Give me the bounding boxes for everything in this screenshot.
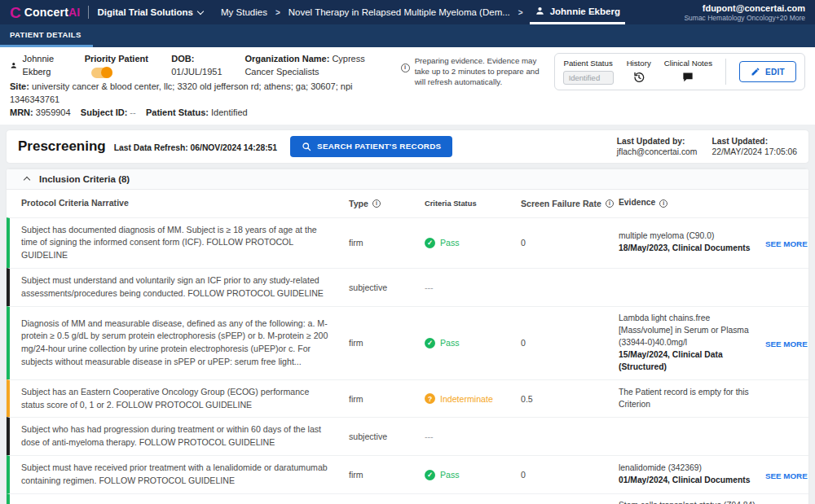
clinical-notes-button[interactable] <box>681 71 694 83</box>
see-more-link[interactable]: SEE MORE <box>765 239 808 248</box>
toggle-knob-icon <box>101 67 112 78</box>
top-navbar: C ConcertAI Digital Trial Solutions My S… <box>0 0 815 24</box>
chevron-down-icon <box>197 7 204 14</box>
dob-field: DOB: 01/JUL/1951 <box>171 53 228 79</box>
history-label: History <box>627 59 651 68</box>
product-label: Digital Trial Solutions <box>97 7 193 17</box>
patient-status-select[interactable]: Identified <box>563 71 614 85</box>
criteria-row: Subject must have received prior treatme… <box>7 455 808 493</box>
search-patients-records-button[interactable]: SEARCH PATIENT'S RECORDS <box>290 136 452 157</box>
criteria-row: Subject has documented diagnosis of MM. … <box>7 217 808 269</box>
info-icon[interactable]: i <box>659 199 667 208</box>
page-title: Prescreening <box>18 138 106 155</box>
breadcrumb-study[interactable]: Novel Therapy in Relapsed Multiple Myelo… <box>287 0 512 24</box>
evidence-line2: 15/May/2024, Clinical Data (Structured) <box>619 349 760 374</box>
panel-divider <box>725 59 726 85</box>
concertai-logo-icon: C <box>10 5 21 20</box>
criteria-status: --- <box>425 432 521 441</box>
criteria-type: firm <box>349 238 425 248</box>
pass-icon: ✓ <box>425 238 435 248</box>
brand-name: ConcertAI <box>24 6 81 19</box>
breadcrumb: My Studies > Novel Therapy in Relapsed M… <box>219 0 625 24</box>
patient-actions-panel: Patient Status Identified History Clinic… <box>554 53 805 90</box>
mrn-value: 3959904 <box>36 107 71 117</box>
status-label: Indeterminate <box>440 394 493 404</box>
subject-id-value: -- <box>130 107 135 117</box>
criteria-narrative: Subject has an Eastern Cooperative Oncol… <box>21 386 349 412</box>
breadcrumb-patient-label: Johnnie Ekberg <box>550 7 620 16</box>
patient-status-control: Patient Status Identified <box>563 59 614 85</box>
breadcrumb-separator-icon: > <box>275 0 280 24</box>
criteria-status: ✓Pass <box>425 338 521 348</box>
breadcrumb-my-studies[interactable]: My Studies <box>219 0 269 24</box>
priority-toggle[interactable] <box>91 68 112 78</box>
criteria-status: --- <box>425 283 521 292</box>
status-label: Pass <box>440 470 460 480</box>
breadcrumb-patient[interactable]: Johnnie Ekberg <box>530 0 625 24</box>
mrn-label: MRN: <box>10 107 33 117</box>
pencil-icon <box>751 67 760 77</box>
brand-concert: Concert <box>24 6 68 19</box>
criteria-row: Diagnosis of MM and measurable disease, … <box>7 306 808 379</box>
column-header-status: Criteria Status <box>425 199 477 208</box>
main-content: Prescreening Last Data Refresh: 06/NOV/2… <box>0 125 815 504</box>
prescreening-header-card: Prescreening Last Data Refresh: 06/NOV/2… <box>7 130 808 163</box>
collapse-chevron-icon[interactable] <box>24 177 30 183</box>
nav-divider <box>88 6 89 19</box>
evidence-cell: lenalidomide (342369)01/May/2024, Clinic… <box>619 462 765 487</box>
history-control: History <box>627 59 651 85</box>
evidence-line1: lenalidomide (342369) <box>619 462 760 475</box>
see-more-link[interactable]: SEE MORE <box>765 340 808 348</box>
priority-patient-label: Priority Patient <box>85 54 148 64</box>
evidence-cell: Stem cells transplant status (Z94.84)31/… <box>619 500 765 504</box>
evidence-cell: The Patient record is empty for this Cri… <box>619 387 765 411</box>
site-value: university cancer & blood center, llc; 3… <box>10 81 353 104</box>
user-organization: Sumac Hematology Oncology+20 More <box>684 14 805 22</box>
tab-patient-details[interactable]: PATIENT DETAILS <box>0 24 93 47</box>
history-button[interactable] <box>632 71 645 84</box>
evidence-line1: Stem cells transplant status (Z94.84) <box>619 500 760 504</box>
chat-bubble-icon <box>681 71 694 83</box>
evidence-text: The Patient record is empty for this Cri… <box>619 387 760 411</box>
organization-field: Organization Name: Cypress Cancer Specia… <box>244 53 392 79</box>
criteria-status: ?Indeterminate <box>425 393 521 404</box>
section-title: Inclusion Criteria (8) <box>39 174 130 184</box>
criteria-row: Subject who has had progression during t… <box>7 417 808 455</box>
see-more-link[interactable]: SEE MORE <box>765 471 808 480</box>
criteria-narrative: Subject must have received prior treatme… <box>21 462 349 488</box>
status-label: --- <box>425 432 434 441</box>
site-field: Site: university cancer & blood center, … <box>10 81 393 107</box>
criteria-narrative: Diagnosis of MM and measurable disease, … <box>21 318 349 370</box>
screen-failure-rate: 0 <box>521 238 619 248</box>
criteria-row: Subject has an Eastern Cooperative Oncol… <box>7 379 808 418</box>
column-header-type: Type <box>349 199 368 208</box>
clinical-notes-control: Clinical Notes <box>664 59 712 85</box>
product-dropdown[interactable]: Digital Trial Solutions <box>97 7 203 17</box>
user-email[interactable]: fdupont@concertai.com <box>684 3 805 13</box>
evidence-line1: multiple myeloma (C90.0) <box>619 230 760 243</box>
priority-patient: Priority Patient <box>85 53 156 79</box>
edit-button-label: EDIT <box>765 68 785 77</box>
criteria-row: Subject must have a prior stem cell tran… <box>7 493 808 504</box>
dob-label: DOB: <box>171 54 194 64</box>
last-updated-by: Last Updated by: jflach@concertai.com <box>617 137 698 156</box>
screen-failure-rate: 0 <box>521 470 619 480</box>
criteria-status: ✓Pass <box>425 470 521 480</box>
info-icon[interactable]: i <box>606 199 614 208</box>
evidence-cell: Lambda light chains.free [Mass/volume] i… <box>619 313 765 374</box>
person-icon <box>535 6 545 16</box>
criteria-status: ✓Pass <box>425 238 521 248</box>
criteria-narrative: Subject must understand and voluntarily … <box>21 274 349 300</box>
section-header-inclusion[interactable]: Inclusion Criteria (8) <box>7 169 808 190</box>
criteria-type: subjective <box>349 432 425 441</box>
info-icon: i <box>401 64 410 72</box>
site-label: Site: <box>10 81 29 91</box>
edit-button[interactable]: EDIT <box>739 61 796 82</box>
pass-icon: ✓ <box>425 470 435 480</box>
last-updated: Last Updated: 22/MAY/2024 17:05:06 <box>711 137 797 156</box>
criteria-narrative: Subject who has had progression during t… <box>21 423 349 449</box>
table-header-row: Protocol Criteria NarrativeTypeiCriteria… <box>7 190 808 217</box>
last-updated-value: 22/MAY/2024 17:05:06 <box>711 147 797 156</box>
evidence-line1: Lambda light chains.free [Mass/volume] i… <box>619 313 760 349</box>
info-icon[interactable]: i <box>372 199 381 208</box>
